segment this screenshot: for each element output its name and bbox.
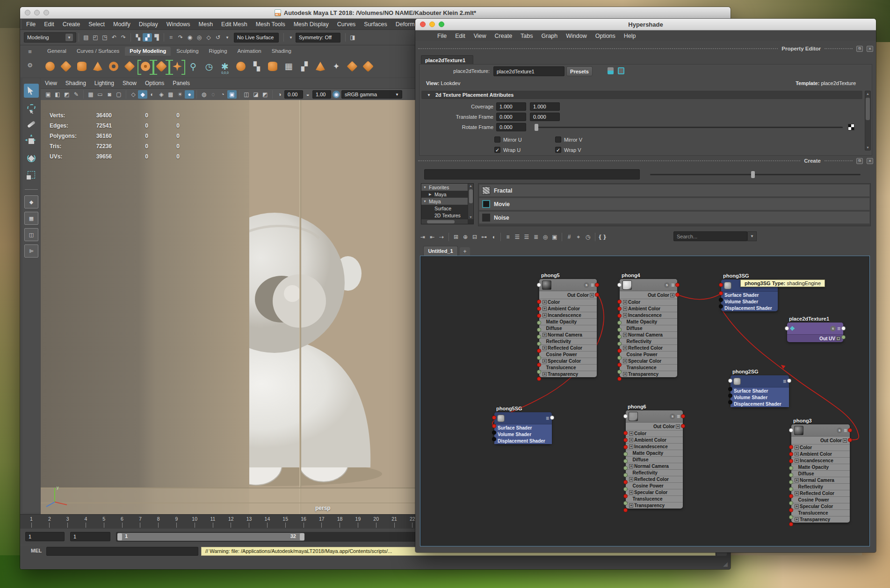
graph-tab-untitled1[interactable]: Untitled_1	[423, 246, 458, 256]
xray-icon[interactable]: ◫	[242, 90, 251, 99]
rotate-frame-slider-track[interactable]	[536, 127, 843, 128]
port-red-dot[interactable]	[675, 293, 680, 297]
menu-mesh-display[interactable]: Mesh Display	[289, 20, 333, 29]
collapse-icon[interactable]: ◖	[489, 233, 498, 241]
expand-icon[interactable]: +	[623, 307, 627, 311]
attr-row-specular-color[interactable]: +Specular Color	[626, 489, 683, 495]
port-red-dot[interactable]	[623, 438, 628, 442]
attr-row-displacement-shader[interactable]: Displacement Shader	[721, 305, 778, 311]
create-category-tree[interactable]: ▼Favorites▶Maya▼MayaSurface2D Textures ▲…	[421, 183, 474, 224]
scale-tool-button[interactable]	[24, 168, 39, 182]
port-white-dot[interactable]	[728, 379, 732, 383]
attr-row-transparency[interactable]: +Transparency	[626, 502, 683, 509]
expand-icon[interactable]: +	[629, 464, 633, 468]
expand-icon[interactable]: +	[543, 307, 547, 311]
expand-icon[interactable]: +	[629, 445, 633, 449]
shelf-tab-general[interactable]: General	[43, 47, 71, 56]
expand-icon[interactable]: +	[795, 452, 799, 456]
timeline-frame-11[interactable]: 11	[206, 516, 220, 528]
snap-origin-icon[interactable]: ✱0,0,0	[218, 60, 232, 73]
port-green-dot[interactable]	[623, 452, 628, 456]
port-white-dot[interactable]	[785, 326, 789, 330]
attr-row-diffuse[interactable]: Diffuse	[626, 456, 683, 463]
port-red-dot[interactable]	[492, 424, 496, 428]
port-green-dot[interactable]	[617, 321, 622, 325]
node-io-icon[interactable]: ⇤	[427, 233, 437, 241]
shaded-icon[interactable]: ◆	[138, 90, 147, 99]
menu-set-dropdown[interactable]: Modeling▼	[24, 32, 76, 43]
undo-icon[interactable]: ↶	[109, 33, 119, 42]
show-attrs-icon[interactable]: ≡	[591, 283, 594, 287]
snap-grid-icon[interactable]: ⌗	[166, 33, 176, 42]
chevron-down-icon[interactable]: ▼	[286, 33, 296, 42]
search-input[interactable]: Search...	[673, 231, 747, 241]
mirror-icon[interactable]	[234, 60, 247, 73]
expand-icon[interactable]: +	[623, 313, 627, 317]
select-tool-button[interactable]	[24, 84, 39, 98]
show-attrs-icon[interactable]: ≡	[837, 326, 840, 331]
timer-icon[interactable]: ◷	[203, 60, 216, 73]
map-texture-button[interactable]	[848, 124, 854, 130]
minimize-icon[interactable]	[34, 10, 40, 15]
port-white-dot[interactable]	[537, 283, 541, 287]
port-black-dot[interactable]	[728, 394, 732, 398]
attr-row-normal-camera[interactable]: +Normal Camera	[539, 331, 597, 338]
port-red-dot[interactable]	[492, 416, 496, 420]
textured-icon[interactable]: ◈	[157, 90, 166, 99]
attr-row-reflected-color[interactable]: +Reflected Color	[539, 344, 597, 351]
presets-button[interactable]: Presets	[566, 66, 593, 76]
translate-frame-u-field[interactable]: 0.000	[496, 113, 526, 121]
layout-3-icon[interactable]: ☰	[522, 233, 531, 241]
hypershade-menu-graph[interactable]: Graph	[537, 31, 562, 41]
attr-row-specular-color[interactable]: +Specular Color	[791, 503, 850, 509]
coverage-u-field[interactable]: 1.000	[496, 102, 526, 111]
float-panel-icon[interactable]: ⧉	[856, 46, 863, 52]
bracket-icon[interactable]: ❴❵	[598, 233, 607, 241]
tree-item-2d-textures[interactable]: 2D Textures	[421, 212, 473, 219]
select-hierarchy-icon[interactable]: ▚	[133, 33, 143, 42]
expand-icon[interactable]: +	[543, 346, 547, 350]
snap-projected-icon[interactable]: ◎	[195, 33, 204, 42]
tree-hscrollbar[interactable]	[421, 219, 468, 224]
layout-outliner-button[interactable]: ⊫	[24, 244, 38, 258]
rotate-tool-button[interactable]	[24, 151, 39, 165]
add-node-icon[interactable]: ⊞	[451, 233, 461, 241]
live-surface-field[interactable]: No Live Surface	[234, 33, 279, 43]
tree-expand-icon[interactable]: ▼	[423, 200, 427, 203]
poly-disc-icon[interactable]	[139, 60, 152, 73]
port-white-dot[interactable]	[787, 379, 791, 383]
port-red-dot[interactable]	[617, 307, 622, 311]
attr-row-volume-shader[interactable]: Volume Shader	[721, 298, 778, 305]
timeline-frame-10[interactable]: 10	[188, 516, 202, 528]
quad-grid-icon[interactable]: ▞	[298, 60, 311, 73]
port-black-dot[interactable]	[719, 298, 723, 302]
xray-joints-icon[interactable]: ◪	[251, 90, 260, 99]
exposure-field[interactable]: 0.00	[284, 90, 303, 99]
timeline-frame-20[interactable]: 20	[369, 516, 383, 528]
expand-icon[interactable]: +	[795, 517, 799, 522]
port-red-dot[interactable]	[675, 283, 680, 287]
select-component-icon[interactable]: ▜	[152, 33, 161, 42]
hypershade-menu-view[interactable]: View	[470, 31, 491, 41]
expand-icon[interactable]: +	[629, 490, 633, 495]
create-filter-field[interactable]	[424, 169, 640, 179]
tree-item-favorites[interactable]: ▼Favorites	[421, 184, 473, 191]
timeline-frame-16[interactable]: 16	[297, 516, 311, 528]
grid-snap-icon[interactable]: #	[564, 233, 574, 241]
gate-mask-icon[interactable]: ▢	[114, 90, 123, 99]
attr-row-transparency[interactable]: +Transparency	[791, 516, 850, 523]
playback-start-field[interactable]: 1	[70, 532, 110, 541]
port-white-dot[interactable]	[623, 414, 628, 418]
node-phong3[interactable]: phong3s≡Out Color++Color+Ambient Color+I…	[791, 424, 850, 523]
hypershade-window-controls[interactable]	[420, 22, 448, 27]
tree-expand-icon[interactable]: ▼	[423, 186, 427, 189]
port-red-dot[interactable]	[848, 428, 852, 432]
attr-row-reflectivity[interactable]: Reflectivity	[791, 483, 850, 490]
node-phong2SG[interactable]: phong2SG≡Surface ShaderVolume ShaderDisp…	[731, 375, 789, 407]
port-red-dot[interactable]	[789, 522, 793, 526]
panel-menu-view[interactable]: View	[41, 79, 61, 88]
bookmark-icon[interactable]: ✎	[72, 90, 81, 99]
shelf-tab-poly-modeling[interactable]: Poly Modeling	[125, 47, 171, 56]
attr-row-displacement-shader[interactable]: Displacement Shader	[494, 437, 552, 444]
poly-plane-icon[interactable]	[123, 60, 136, 73]
